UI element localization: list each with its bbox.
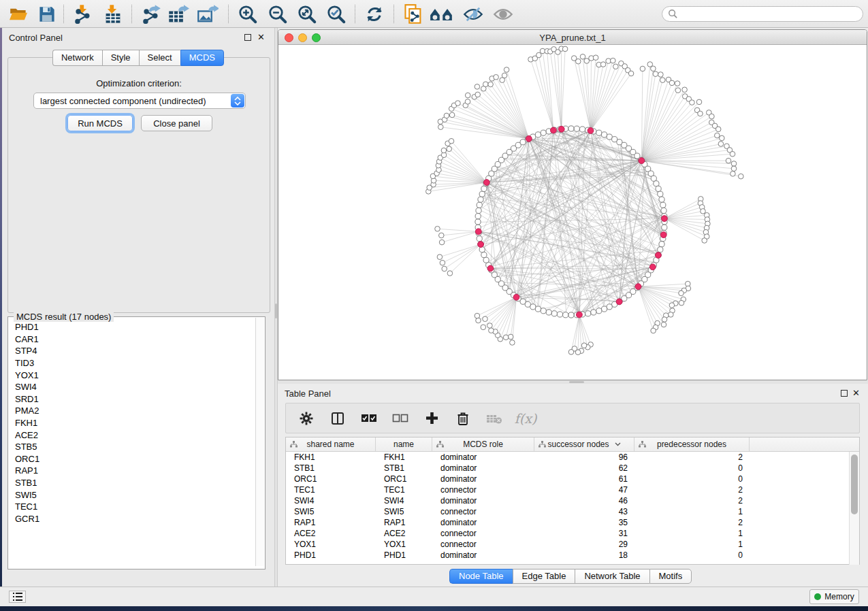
graph-mcds-hub-node[interactable] xyxy=(588,128,594,134)
graph-leaf-node[interactable] xyxy=(475,84,480,90)
graph-node[interactable] xyxy=(475,214,481,219)
mcds-result-item[interactable]: STP4 xyxy=(9,345,256,357)
run-mcds-button[interactable]: Run MCDS xyxy=(67,115,133,131)
graph-leaf-node[interactable] xyxy=(660,78,666,83)
graph-node[interactable] xyxy=(541,308,546,314)
graph-leaf-node[interactable] xyxy=(439,233,445,238)
tab-node-table[interactable]: Node Table xyxy=(449,569,513,584)
graph-leaf-node[interactable] xyxy=(481,325,486,330)
open-file-button[interactable] xyxy=(7,3,30,25)
show-graphics-details-button[interactable] xyxy=(492,3,515,25)
graph-leaf-node[interactable] xyxy=(447,271,453,276)
mcds-result-item[interactable]: TID3 xyxy=(9,357,256,369)
network-window-titlebar[interactable]: YPA_prune.txt_1 xyxy=(278,30,867,45)
hide-graphics-details-button[interactable] xyxy=(462,3,485,25)
memory-button[interactable]: Memory xyxy=(809,589,859,604)
search-box[interactable] xyxy=(662,6,863,22)
show-column-button[interactable] xyxy=(329,410,346,427)
tab-network-table[interactable]: Network Table xyxy=(575,569,649,584)
export-network-button[interactable] xyxy=(140,3,163,25)
graph-leaf-node[interactable] xyxy=(662,317,667,323)
graph-node[interactable] xyxy=(481,252,487,258)
table-row[interactable]: STB1STB1dominator620 xyxy=(286,463,859,474)
float-window-icon[interactable] xyxy=(841,390,848,397)
graph-mcds-hub-node[interactable] xyxy=(558,126,564,132)
mcds-result-item[interactable]: SWI5 xyxy=(9,489,256,501)
table-row[interactable]: RAP1RAP1dominator352 xyxy=(286,517,859,528)
graph-node[interactable] xyxy=(607,304,612,310)
mcds-result-item[interactable]: GCR1 xyxy=(9,513,256,525)
zoom-in-button[interactable] xyxy=(236,3,259,25)
graph-node[interactable] xyxy=(662,225,667,230)
graph-mcds-hub-node[interactable] xyxy=(577,312,583,318)
table-row[interactable]: SWI5SWI5connector431 xyxy=(286,506,859,517)
graph-node[interactable] xyxy=(568,126,574,131)
graph-leaf-node[interactable] xyxy=(508,334,513,340)
graph-leaf-node[interactable] xyxy=(438,125,444,130)
graph-leaf-node[interactable] xyxy=(435,227,440,232)
graph-node[interactable] xyxy=(659,242,664,247)
select-all-button[interactable] xyxy=(361,410,377,427)
tab-network[interactable]: Network xyxy=(52,50,102,66)
graph-mcds-hub-node[interactable] xyxy=(513,294,519,300)
graph-leaf-node[interactable] xyxy=(600,62,606,67)
graph-leaf-node[interactable] xyxy=(440,260,445,265)
graph-leaf-node[interactable] xyxy=(651,66,656,71)
table-row[interactable]: PHD1PHD1dominator180 xyxy=(286,550,859,561)
mcds-result-item[interactable]: SRD1 xyxy=(9,393,256,406)
tab-motifs[interactable]: Motifs xyxy=(649,569,692,584)
graph-leaf-node[interactable] xyxy=(441,148,447,153)
mcds-result-scrollbar[interactable] xyxy=(255,318,264,566)
graph-leaf-node[interactable] xyxy=(661,322,666,327)
column-header-name[interactable]: name xyxy=(376,437,432,451)
export-table-button[interactable] xyxy=(167,3,190,25)
graph-mcds-hub-node[interactable] xyxy=(639,158,645,164)
tab-edge-table[interactable]: Edge Table xyxy=(513,569,575,584)
mcds-result-item[interactable]: PMA2 xyxy=(9,405,256,417)
graph-leaf-node[interactable] xyxy=(562,46,568,52)
graph-leaf-node[interactable] xyxy=(730,152,735,157)
table-row[interactable]: ACE2ACE2connector311 xyxy=(286,528,859,539)
mcds-result-item[interactable]: YOX1 xyxy=(9,369,256,381)
graph-node[interactable] xyxy=(541,130,546,135)
graph-leaf-node[interactable] xyxy=(447,146,452,152)
graph-leaf-node[interactable] xyxy=(730,171,736,177)
graph-leaf-node[interactable] xyxy=(475,313,480,318)
delete-column-button[interactable] xyxy=(455,410,471,427)
graph-mcds-hub-node[interactable] xyxy=(483,180,489,186)
graph-leaf-node[interactable] xyxy=(449,112,455,118)
graph-node[interactable] xyxy=(658,247,663,252)
graph-node[interactable] xyxy=(659,197,664,202)
graph-leaf-node[interactable] xyxy=(726,158,731,163)
graph-node[interactable] xyxy=(568,312,574,318)
graph-node[interactable] xyxy=(602,132,607,137)
tab-mcds[interactable]: MCDS xyxy=(180,50,224,66)
splitter-handle[interactable] xyxy=(275,303,277,318)
graph-mcds-hub-node[interactable] xyxy=(656,252,662,259)
graph-leaf-node[interactable] xyxy=(653,71,658,77)
table-settings-button[interactable] xyxy=(298,410,315,427)
scrollbar-thumb[interactable] xyxy=(851,455,858,514)
graph-leaf-node[interactable] xyxy=(487,323,493,329)
graph-leaf-node[interactable] xyxy=(716,127,721,132)
tab-select[interactable]: Select xyxy=(139,50,180,66)
graph-leaf-node[interactable] xyxy=(640,66,645,71)
tab-style[interactable]: Style xyxy=(102,50,139,66)
graph-leaf-node[interactable] xyxy=(568,350,574,355)
graph-leaf-node[interactable] xyxy=(731,166,737,171)
graph-node[interactable] xyxy=(602,306,607,312)
graph-mcds-hub-node[interactable] xyxy=(660,232,666,238)
graph-mcds-hub-node[interactable] xyxy=(487,265,494,271)
graph-node[interactable] xyxy=(535,132,541,137)
graph-leaf-node[interactable] xyxy=(682,87,688,93)
graph-leaf-node[interactable] xyxy=(701,209,706,214)
save-session-button[interactable] xyxy=(35,3,59,25)
graph-leaf-node[interactable] xyxy=(702,238,707,244)
graph-leaf-node[interactable] xyxy=(576,59,581,64)
graph-leaf-node[interactable] xyxy=(651,328,656,333)
graph-leaf-node[interactable] xyxy=(442,266,447,271)
graph-leaf-node[interactable] xyxy=(465,93,470,98)
graph-leaf-node[interactable] xyxy=(503,335,509,340)
graph-leaf-node[interactable] xyxy=(449,139,454,144)
graph-leaf-node[interactable] xyxy=(488,82,494,87)
